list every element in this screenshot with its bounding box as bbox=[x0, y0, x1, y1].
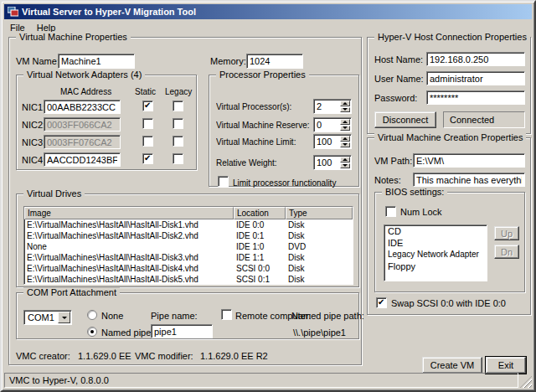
nic4-mac-input[interactable] bbox=[44, 152, 121, 167]
drive-location: IDE 1:0 bbox=[234, 241, 286, 252]
drive-row[interactable]: E:\VirtualMachines\HasItAll\HasItAll-Dis… bbox=[24, 230, 353, 241]
spin-down-icon[interactable] bbox=[340, 163, 350, 169]
drive-row[interactable]: E:\VirtualMachines\HasItAll\HasItAll-Dis… bbox=[24, 219, 353, 230]
drive-row[interactable]: E:\VirtualMachines\HasItAll\HasItAll-Dis… bbox=[24, 274, 353, 285]
drive-row[interactable]: None IDE 1:0 DVD bbox=[24, 241, 353, 252]
status-bar: VMC to Hyper-V, 0.8.0.0 bbox=[4, 373, 532, 388]
app-icon bbox=[8, 7, 18, 18]
vm-name-input[interactable] bbox=[58, 54, 135, 69]
boot-order-item[interactable]: Legacy Network Adapter bbox=[384, 249, 487, 260]
named-pipe-path-value: \\.\pipe\pipe1 bbox=[293, 328, 346, 338]
nic1-static-checkbox[interactable] bbox=[142, 101, 153, 111]
pipe-name-input[interactable] bbox=[151, 324, 213, 338]
com-port-group: COM Port Attachment COM1 None Named pipe… bbox=[16, 292, 359, 339]
drives-list[interactable]: Image Location Type E:\VirtualMachines\H… bbox=[23, 206, 353, 285]
boot-order-up-button[interactable]: Up bbox=[494, 226, 519, 240]
com-port-legend: COM Port Attachment bbox=[23, 287, 120, 298]
host-name-input[interactable] bbox=[426, 52, 525, 66]
nic1-legacy-checkbox[interactable] bbox=[173, 101, 183, 111]
host-connection-legend: Hyper-V Host Connection Properties bbox=[374, 32, 530, 43]
virtual-drives-group: Virtual Drives Image Location Type E:\Vi… bbox=[16, 193, 359, 287]
drive-location: IDE 1:1 bbox=[234, 252, 286, 263]
memory-label: Memory: bbox=[210, 56, 246, 67]
notes-input[interactable] bbox=[413, 173, 525, 187]
exit-button[interactable]: Exit bbox=[486, 357, 526, 374]
relative-weight-spinner[interactable] bbox=[313, 155, 352, 170]
limit-processor-checkbox[interactable] bbox=[218, 176, 229, 187]
drive-image: None bbox=[24, 241, 234, 252]
nic4-label: NIC4: bbox=[22, 155, 45, 166]
drive-row[interactable]: E:\VirtualMachines\HasItAll\HasItAll-Dis… bbox=[24, 263, 353, 274]
vm-path-input[interactable] bbox=[413, 153, 525, 168]
nic4-legacy-checkbox[interactable] bbox=[173, 153, 183, 164]
vm-limit-spinner[interactable] bbox=[313, 134, 352, 149]
spin-down-icon[interactable] bbox=[340, 107, 350, 113]
drive-type: Disk bbox=[286, 219, 353, 230]
user-name-input[interactable] bbox=[426, 71, 525, 85]
drive-type: Disk bbox=[286, 274, 353, 285]
vmc-modifier-label: VMC modifier: bbox=[135, 351, 193, 362]
pipe-none-radio[interactable] bbox=[87, 310, 97, 320]
dropdown-arrow-icon[interactable] bbox=[58, 312, 70, 323]
nic3-mac-input[interactable] bbox=[44, 135, 121, 149]
drive-location: IDE 0:1 bbox=[234, 230, 286, 241]
mac-address-header: MAC Address bbox=[60, 86, 111, 97]
nic3-legacy-checkbox[interactable] bbox=[173, 136, 183, 147]
memory-input[interactable] bbox=[246, 54, 303, 69]
nic1-label: NIC1: bbox=[22, 102, 45, 113]
title-bar[interactable]: Virtual Server to Hyper-V Migration Tool bbox=[4, 4, 532, 19]
vm-limit-label: Virtual Machine Limit: bbox=[216, 137, 312, 147]
processor-properties-legend: Processor Properties bbox=[216, 70, 309, 80]
com-port-select[interactable]: COM1 bbox=[23, 310, 72, 325]
named-pipe-radio[interactable] bbox=[87, 327, 97, 337]
column-header-type[interactable]: Type bbox=[286, 207, 353, 219]
boot-order-item[interactable]: Floppy bbox=[384, 260, 487, 272]
column-header-image[interactable]: Image bbox=[24, 207, 234, 219]
nic1-mac-input[interactable] bbox=[44, 100, 121, 114]
boot-order-item[interactable]: CD bbox=[384, 225, 487, 237]
vm-reserve-spinner[interactable] bbox=[313, 117, 352, 132]
network-adapters-legend: Virtual Network Adapters (4) bbox=[23, 70, 145, 80]
vm-properties-group: Virtual Machine Properties VM Name: Memo… bbox=[8, 37, 362, 365]
spin-up-icon[interactable] bbox=[340, 119, 350, 125]
boot-order-item[interactable]: IDE bbox=[384, 237, 487, 249]
window-title: Virtual Server to Hyper-V Migration Tool bbox=[22, 7, 196, 17]
spin-down-icon[interactable] bbox=[340, 126, 350, 132]
drives-list-header: Image Location Type bbox=[24, 207, 353, 219]
legacy-header: Legacy bbox=[165, 86, 192, 97]
vm-creation-group: Virtual Machine Creation Properties VM P… bbox=[367, 137, 531, 315]
swap-scsi-checkbox[interactable] bbox=[376, 297, 387, 308]
boot-order-down-button[interactable]: Dn bbox=[494, 245, 519, 259]
bios-settings-legend: BIOS settings: bbox=[382, 187, 447, 198]
create-vm-button[interactable]: Create VM bbox=[422, 357, 482, 374]
remote-computer-checkbox[interactable] bbox=[221, 309, 232, 320]
virtual-processors-spinner[interactable] bbox=[313, 99, 352, 114]
nic3-static-checkbox[interactable] bbox=[142, 136, 153, 147]
drive-row[interactable]: E:\VirtualMachines\HasItAll\HasItAll-Dis… bbox=[24, 252, 353, 263]
drive-location: SCSI 0:0 bbox=[234, 263, 286, 274]
processor-properties-group: Processor Properties Virtual Processor(s… bbox=[209, 75, 359, 187]
nic2-legacy-checkbox[interactable] bbox=[173, 118, 183, 129]
disconnect-button[interactable]: Disconnect bbox=[374, 111, 436, 128]
nic4-static-checkbox[interactable] bbox=[142, 153, 153, 164]
spin-up-icon[interactable] bbox=[340, 136, 350, 142]
spin-up-icon[interactable] bbox=[340, 157, 350, 162]
num-lock-checkbox[interactable] bbox=[385, 206, 396, 217]
nic3-label: NIC3: bbox=[22, 137, 45, 148]
resize-grip-icon[interactable] bbox=[520, 376, 532, 388]
static-header: Static bbox=[135, 86, 156, 97]
bios-settings-group: BIOS settings: Num Lock CD IDE Legacy Ne… bbox=[374, 192, 525, 292]
named-pipe-label: Named pipe: bbox=[101, 328, 153, 338]
drive-location: IDE 0:0 bbox=[234, 219, 286, 230]
spin-down-icon[interactable] bbox=[340, 142, 350, 148]
boot-order-listbox[interactable]: CD IDE Legacy Network Adapter Floppy bbox=[384, 224, 487, 281]
limit-processor-label: Limit processor functionality bbox=[233, 178, 336, 188]
vm-name-label: VM Name: bbox=[16, 56, 59, 67]
spin-up-icon[interactable] bbox=[340, 101, 350, 106]
drive-image: E:\VirtualMachines\HasItAll\HasItAll-Dis… bbox=[24, 263, 234, 274]
nic2-mac-input[interactable] bbox=[44, 117, 121, 132]
nic2-static-checkbox[interactable] bbox=[142, 118, 153, 129]
password-input[interactable] bbox=[426, 90, 525, 105]
column-header-location[interactable]: Location bbox=[234, 207, 286, 219]
network-adapters-group: Virtual Network Adapters (4) MAC Address… bbox=[16, 75, 197, 170]
